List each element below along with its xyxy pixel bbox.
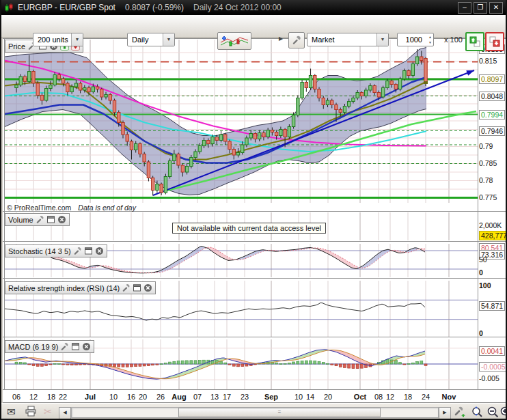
price-chart-area[interactable] <box>5 39 478 203</box>
volume-unavailable-message: Not available with current data access l… <box>172 223 326 234</box>
minimize-button[interactable]: – <box>458 2 471 14</box>
close-icon[interactable] <box>82 342 91 351</box>
stochastic-panel-label: Stochastic (14 3 5) <box>8 247 71 255</box>
maximize-button[interactable]: ❒ <box>474 2 487 14</box>
x-axis-label: 14 <box>306 393 314 401</box>
price-axis-label: 100 <box>479 281 491 290</box>
expand-arrow-icon[interactable]: ▶ <box>279 36 283 42</box>
wrench-icon[interactable] <box>122 283 131 292</box>
close-button[interactable]: ✕ <box>489 2 503 14</box>
zoom-out-icon[interactable] <box>487 406 499 418</box>
x-axis-label: 10 <box>109 393 118 401</box>
x-axis-label: Oct <box>354 393 366 401</box>
multiplier-label: x 100 <box>444 36 463 44</box>
detach-window-icon[interactable] <box>71 342 80 351</box>
price-axis-label: 0 <box>479 268 483 277</box>
title-bar[interactable]: EURGBP - EUR/GBP Spot 0.8087 (-0.59%) Da… <box>1 0 506 15</box>
app-logo-icon <box>4 3 14 12</box>
price-axis-label: 0.775 <box>479 193 497 201</box>
price-axis-label: 50 <box>479 255 487 264</box>
bottom-toolbar: ✉ ✂ ◀ ≡ ▶ <box>1 403 506 420</box>
x-axis-label: 26 <box>156 393 165 401</box>
order-settings-button[interactable] <box>288 32 305 48</box>
chevron-down-icon: ▼ <box>71 33 83 46</box>
rsi-panel-header: Relative strength index (RSI) (14) <box>5 281 156 294</box>
price-panel-label: Price <box>8 42 25 51</box>
sell-arrow-icon <box>489 36 500 47</box>
timeframe-value: Daily <box>132 36 148 44</box>
price-axis-label: 54.871 <box>479 301 505 311</box>
price-axis-label: 428,777 <box>479 231 507 240</box>
buy-button[interactable] <box>465 32 484 51</box>
volume-panel-header: Volume <box>5 213 70 226</box>
x-axis-label: 20 <box>324 393 332 401</box>
price-axis-label: 0.8048 <box>479 92 505 101</box>
data-source-note: © ProRealTime.comData is end of day <box>7 204 136 212</box>
price-axis-label: 0.79 <box>479 142 493 150</box>
print-icon[interactable] <box>25 406 37 417</box>
zoom-in-icon[interactable] <box>499 406 507 418</box>
wrench-icon[interactable] <box>36 215 44 224</box>
x-axis-label: 20 <box>139 393 147 401</box>
x-axis-label: 17 <box>223 393 231 401</box>
price-axis-label: 0.785 <box>479 159 497 167</box>
volume-panel-label: Volume <box>8 216 33 224</box>
wrench-icon[interactable] <box>60 342 69 351</box>
wrench-icon[interactable] <box>73 247 82 255</box>
price-axis-label: 0.7946 <box>479 126 505 136</box>
timeframe-dropdown[interactable]: Daily ▼ <box>127 33 175 46</box>
close-icon[interactable] <box>143 283 152 292</box>
stepper-arrows-icon[interactable]: ▲▼ <box>428 34 432 45</box>
detach-window-icon[interactable] <box>46 215 55 224</box>
scroll-right-button[interactable]: ▶ <box>439 407 451 419</box>
sell-button[interactable] <box>485 32 504 51</box>
zoom-select-icon[interactable] <box>470 406 484 418</box>
x-axis-label: 23 <box>241 393 249 401</box>
chevron-down-icon: ▼ <box>163 33 174 46</box>
x-axis-label: Nov <box>442 393 456 401</box>
eod-note: Data is end of day <box>78 204 136 212</box>
chart-settings-icon[interactable] <box>454 406 466 417</box>
x-axis-label: 24 <box>422 393 430 401</box>
x-axis-label: 18 <box>47 393 55 401</box>
rsi-panel-label: Relative strength index (RSI) (14) <box>8 284 120 292</box>
close-icon[interactable] <box>95 247 104 255</box>
x-axis-label: 08 <box>374 393 383 401</box>
order-type-dropdown[interactable]: Market ▼ <box>307 33 389 46</box>
chart-type-icon <box>219 34 249 48</box>
price-axis-label: -0.005 <box>479 374 499 382</box>
quantity-stepper[interactable]: 1000 ▲▼ <box>397 33 434 46</box>
price-axis-label: 0.78 <box>479 176 493 184</box>
units-dropdown[interactable]: 200 units ▼ <box>33 33 83 46</box>
copyright-label: © ProRealTime.com <box>7 204 71 212</box>
detach-window-icon[interactable] <box>133 283 141 292</box>
scissors-icon: ✂ <box>44 406 53 418</box>
detach-window-icon[interactable] <box>84 247 93 255</box>
x-axis-label: 10 <box>294 393 303 401</box>
price-axis-label: 0.8097 <box>479 74 505 84</box>
macd-panel-label: MACD (6 19 9) <box>8 343 58 351</box>
price-axis-label: 0.815 <box>479 57 497 65</box>
x-axis-label: 12 <box>386 393 394 401</box>
x-axis-label: Jul <box>85 393 96 401</box>
x-axis-label: Sep <box>264 393 278 401</box>
x-axis-label: 16 <box>127 393 135 401</box>
price-axis-label: 2,000K <box>479 221 502 229</box>
chevron-down-icon: ▼ <box>376 33 388 46</box>
mail-icon[interactable]: ✉ <box>7 406 16 418</box>
close-icon[interactable] <box>57 215 66 224</box>
scroll-left-button[interactable]: ◀ <box>59 407 71 419</box>
window-quote: 0.8087 (-0.59%) <box>125 3 184 12</box>
window-title: EURGBP - EUR/GBP Spot <box>18 3 115 12</box>
horizontal-scrollbar[interactable]: ≡ <box>71 407 439 418</box>
scrollbar-thumb[interactable]: ≡ <box>178 408 381 417</box>
price-axis-label: 0.7994 <box>479 110 505 120</box>
chart-type-button[interactable] <box>217 32 251 50</box>
price-axis-label: -0.0005 <box>479 362 507 372</box>
app-window: EURGBP - EUR/GBP Spot 0.8087 (-0.59%) Da… <box>0 0 507 420</box>
x-axis-label: 12 <box>29 393 38 401</box>
price-axis-label: 0 <box>479 329 483 337</box>
window-timeframe-info: Daily 24 Oct 2012 00:00 <box>193 3 282 12</box>
macd-panel-header: MACD (6 19 9) <box>5 340 94 353</box>
x-axis-label: 13 <box>210 393 219 401</box>
